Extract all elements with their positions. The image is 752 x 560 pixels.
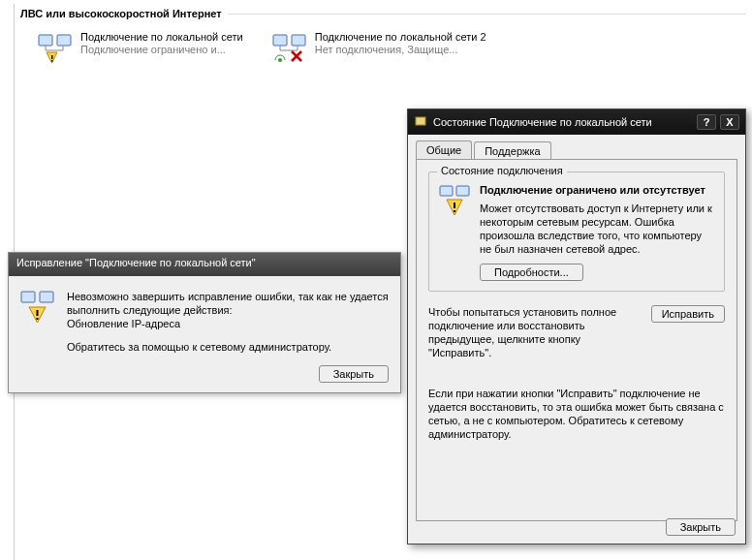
network-connection-icon	[38, 31, 73, 66]
svg-rect-3	[51, 55, 53, 59]
svg-rect-10	[21, 292, 35, 302]
connection-state-group: Состояние подключения Подключение ограни…	[428, 171, 725, 292]
status-titlebar[interactable]: Состояние Подключение по локальной сети …	[408, 109, 745, 135]
svg-rect-14	[37, 318, 39, 320]
svg-rect-4	[51, 60, 53, 62]
details-button[interactable]: Подробности...	[480, 264, 583, 281]
svg-rect-1	[57, 35, 71, 46]
status-window-title: Состояние Подключение по локальной сети	[433, 116, 652, 128]
svg-rect-20	[454, 210, 455, 212]
titlebar-close-button[interactable]: X	[720, 114, 739, 130]
repair-dialog: Исправление "Подключение по локальной се…	[8, 252, 401, 393]
status-close-button[interactable]: Закрыть	[666, 518, 736, 536]
group-label: Состояние подключения	[437, 165, 567, 176]
connection-name: Подключение по локальной сети	[80, 31, 243, 44]
tab-general[interactable]: Общие	[416, 140, 472, 159]
connection-status-window: Состояние Подключение по локальной сети …	[407, 109, 746, 544]
section-header: ЛВС или высокоскоростной Интернет	[15, 4, 752, 23]
connection-item[interactable]: Подключение по локальной сети Подключени…	[38, 31, 243, 66]
network-connection-disabled-icon	[272, 31, 307, 66]
repair-dialog-title: Исправление "Подключение по локальной се…	[9, 253, 400, 276]
svg-rect-0	[39, 35, 52, 46]
repair-error-line1: Невозможно завершить исправление ошибки,…	[67, 290, 389, 317]
repair-error-line3: Обратитесь за помощью к сетевому админис…	[67, 340, 389, 354]
status-warning-description: Может отсутствовать доступ к Интернету и…	[480, 202, 714, 256]
status-warning-icon	[439, 184, 472, 281]
status-warning-title: Подключение ограничено или отсутствует	[480, 184, 714, 196]
svg-rect-11	[40, 292, 53, 302]
titlebar-help-button[interactable]: ?	[697, 114, 716, 130]
repair-close-button[interactable]: Закрыть	[319, 365, 389, 383]
connection-status: Подключение ограничено и...	[80, 44, 243, 56]
connection-item[interactable]: Подключение по локальной сети 2 Нет подк…	[272, 31, 486, 66]
svg-rect-15	[416, 117, 425, 125]
svg-rect-16	[440, 186, 453, 196]
svg-rect-5	[273, 35, 287, 46]
tab-support[interactable]: Поддержка	[474, 141, 550, 160]
svg-rect-17	[456, 186, 469, 196]
titlebar-app-icon	[414, 114, 427, 130]
section-header-label: ЛВС или высокоскоростной Интернет	[20, 8, 222, 19]
connection-status: Нет подключения, Защище...	[315, 44, 486, 56]
svg-rect-6	[292, 35, 305, 46]
svg-rect-13	[37, 310, 39, 316]
svg-point-9	[278, 58, 282, 62]
connection-name: Подключение по локальной сети 2	[315, 31, 486, 44]
repair-hint-text: Чтобы попытаться установить полное подкл…	[428, 305, 642, 359]
status-footer-text: Если при нажатии кнопки "Исправить" подк…	[428, 387, 725, 441]
repair-error-line2: Обновление IP-адреса	[67, 317, 389, 330]
svg-rect-19	[454, 202, 455, 208]
repair-warning-icon	[20, 290, 55, 354]
repair-button[interactable]: Исправить	[651, 305, 725, 323]
